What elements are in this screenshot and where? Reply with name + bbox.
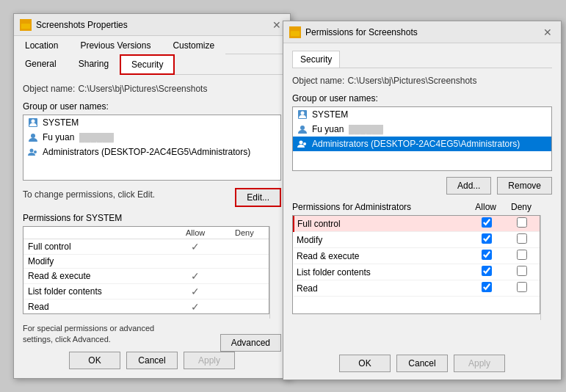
list-item[interactable]: Fu yuan ██████	[23, 130, 280, 145]
perms-scrollbar[interactable]	[269, 226, 281, 319]
user-name: Fu yuan ██████	[43, 132, 114, 142]
add-remove-row: Add... Remove	[292, 177, 552, 195]
perms2-scrollbar[interactable]	[540, 215, 552, 320]
tab-sharing[interactable]: Sharing	[68, 54, 120, 75]
remove-button[interactable]: Remove	[497, 177, 552, 195]
list-item[interactable]: Fu yuan ██████	[293, 122, 551, 137]
admin-name: Administrators (DESKTOP-2AC4EG5\Administ…	[43, 147, 250, 157]
perm-name: Read & execute	[23, 269, 170, 284]
svg-point-11	[300, 126, 305, 130]
allow-checkbox[interactable]	[468, 264, 504, 280]
allow-checkbox[interactable]	[468, 232, 504, 248]
props-bottom-buttons: OK Cancel Apply	[14, 352, 290, 369]
perms2-deny-label: Deny	[511, 202, 531, 212]
list-item[interactable]: SYSTEM	[23, 115, 280, 130]
perm2-row: Read	[294, 280, 540, 297]
perms-folder-icon	[289, 26, 301, 38]
allow-checkbox[interactable]	[468, 216, 504, 232]
allow-check: ✓	[170, 300, 219, 315]
allow-check: ✓	[170, 269, 219, 284]
allow-checkbox[interactable]	[468, 248, 504, 264]
perm-name: List folder contents	[23, 284, 170, 300]
perm-name: Modify	[23, 255, 170, 269]
tab-previous-versions[interactable]: Previous Versions	[69, 36, 162, 54]
perm2-row: List folder contents	[294, 264, 540, 280]
allow-check	[170, 255, 219, 269]
svg-rect-8	[291, 31, 300, 36]
deny-checkbox[interactable]	[504, 280, 540, 297]
svg-point-3	[32, 120, 35, 123]
object-value: C:\Users\bj\Pictures\Screenshots	[78, 84, 207, 94]
perms-col-name	[23, 227, 170, 239]
perms-section-label: Permissions for SYSTEM	[23, 213, 281, 223]
change-perms-text: To change permissions, click Edit.	[23, 189, 155, 200]
props-apply-button[interactable]: Apply	[184, 352, 235, 369]
admin-icon	[296, 138, 309, 150]
perm-row: List folder contents ✓	[23, 284, 269, 300]
deny-checkbox[interactable]	[504, 232, 540, 248]
object-name-row: Object name: C:\Users\bj\Pictures\Screen…	[23, 84, 281, 94]
advanced-button[interactable]: Advanced	[220, 334, 281, 352]
svg-point-12	[300, 141, 303, 145]
perm-row: Modify	[23, 255, 269, 269]
list-item[interactable]: Administrators (DESKTOP-2AC4EG5\Administ…	[23, 145, 280, 159]
deny-check	[220, 255, 269, 269]
edit-button[interactable]: Edit...	[235, 188, 281, 207]
permissions-dialog: Permissions for Screenshots ✕ Security O…	[283, 21, 562, 380]
list-item-selected[interactable]: Administrators (DESKTOP-2AC4EG5\Administ…	[293, 137, 551, 151]
perm-row: Full control ✓	[23, 239, 269, 255]
perms-dialog-buttons: OK Cancel Apply	[283, 355, 561, 372]
special-perms-text: For special permissions or advanced sett…	[23, 323, 177, 346]
perms-object-value: C:\Users\bj\Pictures\Screenshots	[347, 76, 476, 86]
perm2-name: Modify	[294, 232, 468, 248]
admin-name-selected: Administrators (DESKTOP-2AC4EG5\Administ…	[312, 139, 520, 149]
props-ok-button[interactable]: OK	[69, 352, 120, 369]
perms-cancel-button[interactable]: Cancel	[396, 355, 448, 372]
tab-general[interactable]: General	[14, 54, 68, 75]
tab-customize[interactable]: Customize	[162, 36, 225, 54]
allow-check: ✓	[170, 239, 219, 255]
users-list[interactable]: SYSTEM Fu yuan ██████	[23, 115, 281, 181]
user-icon	[26, 131, 40, 143]
user-name: Fu yuan ██████	[312, 124, 383, 134]
svg-point-13	[303, 142, 306, 145]
tab-security[interactable]: Security	[120, 54, 175, 75]
svg-point-4	[31, 134, 35, 138]
perm-row: Read ✓	[23, 300, 269, 315]
tab-location[interactable]: Location	[14, 36, 69, 54]
deny-checkbox[interactable]	[504, 216, 540, 232]
deny-check	[220, 284, 269, 300]
perms-title-bar: Permissions for Screenshots ✕	[283, 21, 561, 43]
add-button[interactable]: Add...	[446, 177, 491, 195]
perms-close-button[interactable]: ✕	[540, 25, 555, 40]
props-tabs-row1: Location Previous Versions Customize	[14, 36, 290, 54]
deny-check	[220, 269, 269, 284]
deny-checkbox[interactable]	[504, 248, 540, 264]
allow-checkbox[interactable]	[468, 280, 504, 297]
perms-col-deny: Deny	[220, 227, 269, 239]
perms-object-row: Object name: C:\Users\bj\Pictures\Screen…	[292, 76, 552, 86]
props-cancel-button[interactable]: Cancel	[126, 352, 178, 369]
perm2-row: Read & execute	[294, 248, 540, 264]
perm-name: Read	[23, 300, 170, 315]
properties-close-button[interactable]: ✕	[269, 18, 284, 32]
perm-name: Full control	[23, 239, 170, 255]
perms-ok-button[interactable]: OK	[339, 355, 391, 372]
deny-checkbox[interactable]	[504, 264, 540, 280]
allow-check: ✓	[170, 284, 219, 300]
perms-apply-button[interactable]: Apply	[454, 355, 505, 372]
perms-col-allow: Allow	[170, 227, 219, 239]
perms2-allow-label: Allow	[475, 202, 496, 212]
svg-point-6	[34, 150, 37, 153]
perms-users-list[interactable]: SYSTEM Fu yuan ██████	[292, 106, 552, 171]
security-section-tab[interactable]: Security	[292, 51, 340, 68]
system-name: SYSTEM	[43, 117, 79, 128]
deny-check	[220, 239, 269, 255]
list-item[interactable]: SYSTEM	[293, 107, 551, 122]
svg-rect-1	[21, 23, 30, 29]
perm2-row: Modify	[294, 232, 540, 248]
system-icon	[296, 109, 309, 120]
properties-window: Screenshots Properties ✕ Location Previo…	[13, 13, 291, 379]
perm2-name: List folder contents	[294, 264, 468, 280]
system-name: SYSTEM	[312, 109, 348, 120]
